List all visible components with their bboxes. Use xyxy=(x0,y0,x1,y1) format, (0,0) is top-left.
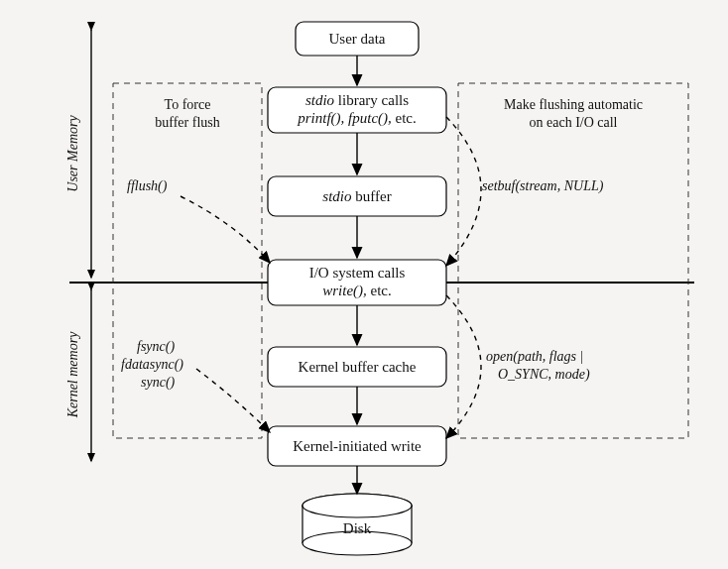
right-box-title-1: Make flushing automatic xyxy=(504,97,643,112)
open-osync-arrow xyxy=(446,295,481,438)
node-stdio-buffer: stdio buffer xyxy=(268,176,446,216)
stdio-buffer-label: stdio buffer xyxy=(322,188,391,204)
setbuf-arrow xyxy=(446,117,481,266)
disk-label: Disk xyxy=(343,520,372,536)
user-memory-label: User Memory xyxy=(65,115,80,192)
right-annotation-box xyxy=(458,83,688,438)
fdatasync-label: fdatasync() xyxy=(121,357,183,373)
sync-label: sync() xyxy=(141,375,176,391)
left-box-title-2: buffer flush xyxy=(155,115,219,130)
node-user-data: User data xyxy=(296,22,419,56)
node-kernel-cache: Kernel buffer cache xyxy=(268,347,446,387)
open-osync-label-2: O_SYNC, mode) xyxy=(498,367,590,383)
node-io-syscalls: I/O system calls write(), etc. xyxy=(268,260,446,305)
open-osync-label-1: open(path, flags | xyxy=(486,349,583,365)
right-box-title-2: on each I/O call xyxy=(529,115,617,130)
stdio-calls-line1: stdio library calls xyxy=(305,92,409,108)
user-data-label: User data xyxy=(328,31,385,47)
svg-point-11 xyxy=(303,494,412,517)
left-box-title-1: To force xyxy=(165,97,211,112)
io-syscalls-line1: I/O system calls xyxy=(309,265,406,281)
fflush-label: fflush() xyxy=(127,178,168,194)
io-syscalls-line2: write(), etc. xyxy=(322,283,392,299)
node-kernel-write: Kernel-initiated write xyxy=(268,426,446,466)
diagram-stage: User Memory Kernel memory To force buffe… xyxy=(0,0,728,569)
fsync-arrow xyxy=(196,369,270,432)
left-annotation-box xyxy=(113,83,262,438)
kernel-cache-label: Kernel buffer cache xyxy=(299,359,417,375)
fsync-label: fsync() xyxy=(137,339,175,355)
node-disk: Disk xyxy=(303,494,412,555)
setbuf-label: setbuf(stream, NULL) xyxy=(482,178,604,194)
node-stdio-calls: stdio library calls printf(), fputc(), e… xyxy=(268,87,446,133)
kernel-write-label: Kernel-initiated write xyxy=(293,438,422,454)
kernel-memory-label: Kernel memory xyxy=(65,331,80,418)
stdio-calls-line2: printf(), fputc(), etc. xyxy=(297,110,417,127)
diagram-svg: User Memory Kernel memory To force buffe… xyxy=(0,0,728,569)
fflush-arrow xyxy=(181,196,270,263)
